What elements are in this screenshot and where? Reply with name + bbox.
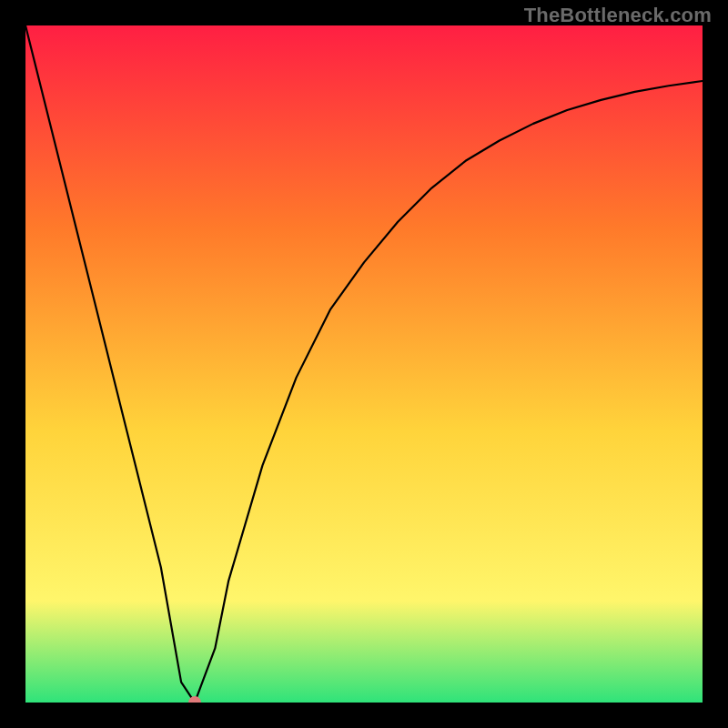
gradient-background [25,25,703,703]
plot-area [25,25,703,703]
chart-frame: TheBottleneck.com [0,0,728,728]
chart-svg [25,25,703,703]
watermark-label: TheBottleneck.com [524,4,712,27]
